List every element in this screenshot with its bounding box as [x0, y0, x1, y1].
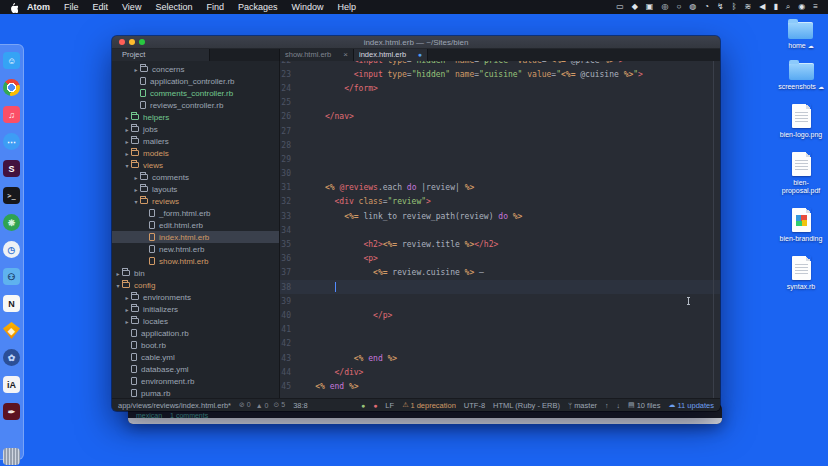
- disclosure-arrow-icon[interactable]: ▸: [123, 294, 131, 301]
- dock-photo-app-icon[interactable]: ✿: [3, 349, 20, 366]
- tab-show.html.erb[interactable]: show.html.erb×: [280, 49, 354, 61]
- dock-trash-icon[interactable]: [3, 448, 20, 465]
- code-line-35[interactable]: 35 <h2><%= review.title %></h2>: [280, 237, 720, 251]
- code-line-40[interactable]: 40 </p>: [280, 308, 720, 322]
- tree-item-application.rb[interactable]: application.rb: [112, 327, 279, 339]
- code-line-36[interactable]: 36 <p>: [280, 252, 720, 266]
- power-icon[interactable]: ↯: [713, 0, 728, 14]
- code-line-25[interactable]: 25: [280, 96, 720, 110]
- tree-item-mailers[interactable]: ▸mailers: [112, 135, 279, 147]
- tree-item-environment.rb[interactable]: environment.rb: [112, 375, 279, 387]
- dock-finder-icon[interactable]: ☺: [3, 52, 20, 69]
- tree-item-comments[interactable]: ▸comments: [112, 171, 279, 183]
- screen-mirroring-icon[interactable]: ▭: [612, 0, 628, 14]
- disclosure-arrow-icon[interactable]: ▸: [123, 114, 131, 121]
- disclosure-arrow-icon[interactable]: ▸: [132, 174, 140, 181]
- tree-item-initializers[interactable]: ▸initializers: [112, 303, 279, 315]
- code-line-41[interactable]: 41: [280, 323, 720, 337]
- clock-icon[interactable]: ◔: [700, 0, 713, 14]
- tree-item-new.html.erb[interactable]: new.html.erb: [112, 243, 279, 255]
- menu-selection[interactable]: Selection: [148, 0, 199, 14]
- menu-window[interactable]: Window: [284, 0, 330, 14]
- deprecation-warning[interactable]: ⚠1 deprecation: [402, 401, 456, 410]
- menu-atom[interactable]: Atom: [20, 0, 57, 14]
- security-icon[interactable]: ◆: [628, 0, 642, 14]
- current-file-path[interactable]: app/views/reviews/index.html.erb*: [118, 401, 231, 410]
- disclosure-arrow-icon[interactable]: ▸: [123, 306, 131, 313]
- record-icon[interactable]: ◎: [657, 0, 672, 14]
- git-push[interactable]: ↑: [605, 402, 609, 409]
- notification-center-icon[interactable]: ≡: [809, 0, 822, 14]
- disclosure-arrow-icon[interactable]: ▸: [132, 186, 140, 193]
- tree-item-config[interactable]: ▾config: [112, 279, 279, 291]
- dropbox-icon[interactable]: ▣: [642, 0, 658, 14]
- package-updates[interactable]: ☁11 updates: [668, 401, 714, 410]
- code-line-43[interactable]: 43 <% end %>: [280, 351, 720, 365]
- dock-music-icon[interactable]: ♫: [3, 106, 20, 123]
- dock-acrobat-icon[interactable]: ✒: [3, 403, 20, 420]
- title-bar[interactable]: index.html.erb — ~/Sites/bien: [112, 36, 720, 49]
- tree-item-puma.rb[interactable]: puma.rb: [112, 387, 279, 398]
- tree-item-models[interactable]: ▸models: [112, 147, 279, 159]
- code-line-24[interactable]: 24 </form>: [280, 81, 720, 95]
- menu-view[interactable]: View: [115, 0, 148, 14]
- desktop-icon-screenshots[interactable]: screenshots☁: [778, 63, 824, 91]
- tree-item-comments_controller.rb[interactable]: comments_controller.rb: [112, 87, 279, 99]
- tree-item-views[interactable]: ▾views: [112, 159, 279, 171]
- tree-item-helpers[interactable]: ▸helpers: [112, 111, 279, 123]
- dock-garden-app-icon[interactable]: ❋: [3, 214, 20, 231]
- disclosure-arrow-icon[interactable]: ▸: [123, 150, 131, 157]
- code-line-45[interactable]: 45 <% end %>: [280, 379, 720, 393]
- disclosure-arrow-icon[interactable]: ▸: [123, 318, 131, 325]
- code-line-29[interactable]: 29: [280, 152, 720, 166]
- menu-edit[interactable]: Edit: [86, 0, 116, 14]
- tree-item-bin[interactable]: ▸bin: [112, 267, 279, 279]
- menu-help[interactable]: Help: [330, 0, 363, 14]
- code-line-39[interactable]: 39: [280, 294, 720, 308]
- editor-pane[interactable]: 22 <input type="hidden" name="price" val…: [280, 61, 720, 398]
- disclosure-arrow-icon[interactable]: ▸: [114, 270, 122, 277]
- code-line-28[interactable]: 28: [280, 138, 720, 152]
- code-line-44[interactable]: 44 </div>: [280, 365, 720, 379]
- desktop-icon-bien-branding[interactable]: bien-branding: [780, 208, 823, 243]
- tree-item-index.html.erb[interactable]: index.html.erb: [112, 231, 279, 243]
- volume-icon[interactable]: ◀: [755, 0, 769, 14]
- disclosure-arrow-icon[interactable]: ▾: [132, 198, 140, 205]
- code-line-33[interactable]: 33 <%= link_to review_path(review) do %>: [280, 209, 720, 223]
- menu-packages[interactable]: Packages: [231, 0, 285, 14]
- code-line-34[interactable]: 34: [280, 223, 720, 237]
- git-pull[interactable]: ↓: [617, 402, 621, 409]
- project-tab[interactable]: Project: [112, 49, 210, 61]
- dock-messages-icon[interactable]: ⋯: [3, 133, 20, 150]
- code-line-37[interactable]: 37 <%= review.cuisine %> —: [280, 266, 720, 280]
- disclosure-arrow-icon[interactable]: ▾: [123, 162, 131, 169]
- tree-item-application_controller.rb[interactable]: application_controller.rb: [112, 75, 279, 87]
- tree-item-show.html.erb[interactable]: show.html.erb: [112, 255, 279, 267]
- code-line-27[interactable]: 27: [280, 124, 720, 138]
- tree-item-database.yml[interactable]: database.yml: [112, 363, 279, 375]
- tree-item-cable.yml[interactable]: cable.yml: [112, 351, 279, 363]
- cursor-position[interactable]: 38:8: [293, 401, 308, 410]
- grammar[interactable]: HTML (Ruby - ERB): [493, 401, 560, 410]
- desktop-icon-syntax-rb[interactable]: syntax.rb: [787, 256, 815, 291]
- status-dot-green[interactable]: ●: [361, 402, 365, 409]
- tab-index.html.erb[interactable]: index.html.erb●: [354, 49, 428, 61]
- stats-icon[interactable]: ◍: [685, 0, 700, 14]
- battery-icon[interactable]: ▮: [769, 0, 781, 14]
- dock-chrome-icon[interactable]: [3, 79, 20, 96]
- tree-item-boot.rb[interactable]: boot.rb: [112, 339, 279, 351]
- code-line-42[interactable]: 42: [280, 337, 720, 351]
- dnd-icon[interactable]: ○: [672, 0, 685, 14]
- spotlight-icon[interactable]: ⌕: [782, 0, 794, 14]
- code-line-38[interactable]: 38: [280, 280, 720, 294]
- tree-item-layouts[interactable]: ▸layouts: [112, 183, 279, 195]
- dock-clock-app-icon[interactable]: ◷: [3, 241, 20, 258]
- desktop-icon-home[interactable]: home☁: [788, 22, 814, 50]
- line-ending[interactable]: LF: [385, 401, 394, 410]
- dock-terminal-icon[interactable]: >_: [3, 187, 20, 204]
- disclosure-arrow-icon[interactable]: ▸: [132, 66, 140, 73]
- wifi-icon[interactable]: ≋: [741, 0, 756, 14]
- code-line-32[interactable]: 32 <div class="review">: [280, 195, 720, 209]
- dock-notion-icon[interactable]: N: [3, 295, 20, 312]
- code-line-30[interactable]: 30: [280, 167, 720, 181]
